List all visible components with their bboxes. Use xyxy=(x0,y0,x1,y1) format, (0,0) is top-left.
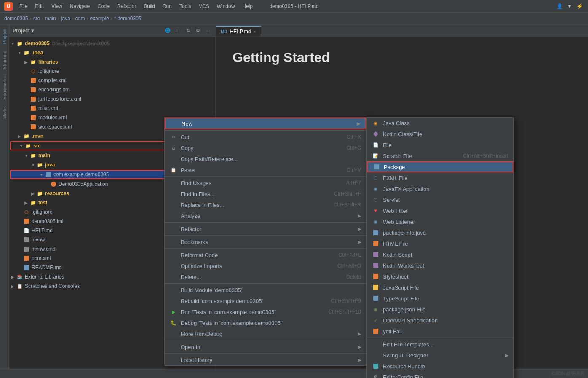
git-icon: ⬡ xyxy=(23,208,30,216)
ctx-run-tests[interactable]: ▶ Run 'Tests in 'com.example.demo0305'' … xyxy=(165,306,366,317)
menu-refactor[interactable]: Refactor xyxy=(114,2,139,11)
ctx-reformat-shortcut: Ctrl+Alt+L xyxy=(339,252,361,258)
menu-window[interactable]: Window xyxy=(214,2,238,11)
ctx-paste[interactable]: 📋 Paste Ctrl+V xyxy=(165,164,366,175)
menu-help[interactable]: Help xyxy=(239,2,256,11)
tree-item-idea[interactable]: ▾ 📁 .idea xyxy=(9,48,215,57)
tree-item-root[interactable]: ▾ 📁 demo0305 D:\eclipseproject\demo0305 xyxy=(9,39,215,48)
ctx-js-file[interactable]: JavaScript File xyxy=(367,282,513,293)
sidebar-btn-sort[interactable]: ⇅ xyxy=(184,27,192,35)
ctx-kotlin-class[interactable]: Kotlin Class/File xyxy=(367,129,513,139)
menu-file[interactable]: File xyxy=(16,2,31,11)
ctx-fxml-label: FXML File xyxy=(383,175,508,181)
breadcrumb-java[interactable]: java xyxy=(61,16,70,21)
tree-item-jar-xml[interactable]: jarRepositories.xml xyxy=(9,94,215,104)
profile-button[interactable]: ▼ xyxy=(565,2,574,11)
ctx-package-info[interactable]: package-info.java xyxy=(367,227,513,238)
ctx-analyze[interactable]: Analyze ▶ xyxy=(165,210,366,221)
breadcrumb-example[interactable]: example xyxy=(90,16,109,21)
ctx-web-listener[interactable]: ◉ Web Listener xyxy=(367,216,513,227)
ctx-servlet[interactable]: ⬡ Servlet xyxy=(367,194,513,205)
ctx-build-module[interactable]: Build Module 'demo0305' xyxy=(165,284,366,295)
tab-help-md[interactable]: MD HELP.md × xyxy=(216,26,261,37)
tree-item-misc-xml[interactable]: misc.xml xyxy=(9,104,215,113)
breadcrumb-demo0305[interactable]: demo0305 xyxy=(4,16,28,21)
ctx-debug-tests[interactable]: 🐛 Debug 'Tests in 'com.example.demo0305'… xyxy=(165,317,366,328)
ctx-file[interactable]: 📄 File xyxy=(367,139,513,150)
minimize-button[interactable]: 👤 xyxy=(555,2,564,11)
menu-build[interactable]: Build xyxy=(140,2,158,11)
ctx-resource-bundle[interactable]: Resource Bundle xyxy=(367,361,513,372)
menu-tools[interactable]: Tools xyxy=(176,2,195,11)
ctx-copy-path[interactable]: Copy Path/Reference... xyxy=(165,153,366,164)
tree-item-libraries[interactable]: ▶ 📁 libraries xyxy=(9,57,215,67)
ctx-delete[interactable]: Delete... Delete xyxy=(165,271,366,282)
sidebar-btn-globe[interactable]: 🌐 xyxy=(164,27,171,35)
ctx-edit-templates[interactable]: Edit File Templates... xyxy=(367,339,513,350)
ctx-sep5 xyxy=(165,248,366,249)
tree-label: com.example.demo0305 xyxy=(53,172,109,177)
breadcrumb-com[interactable]: com xyxy=(75,16,85,21)
ctx-scratch-file[interactable]: 📝 Scratch File Ctrl+Alt+Shift+Insert xyxy=(367,150,513,161)
ctx-refactor[interactable]: Refactor ▶ xyxy=(165,223,366,234)
ctx-javafx[interactable]: ◉ JavaFX Application xyxy=(367,183,513,194)
tree-item-compiler-xml[interactable]: compiler.xml xyxy=(9,76,215,85)
ctx-stylesheet[interactable]: Stylesheet xyxy=(367,271,513,282)
ctx-bookmarks[interactable]: Bookmarks ▶ xyxy=(165,236,366,247)
ctx-find-usages[interactable]: Find Usages Alt+F7 xyxy=(165,177,366,188)
ctx-package[interactable]: Package xyxy=(367,161,513,172)
ctx-open-in[interactable]: Open In ▶ xyxy=(165,341,366,352)
tab-close-button[interactable]: × xyxy=(253,29,256,34)
tree-label: compiler.xml xyxy=(38,78,67,83)
vtab-bookmarks[interactable]: Bookmarks xyxy=(1,75,8,101)
settings-button[interactable]: ⚡ xyxy=(575,2,584,11)
ctx-web-filter[interactable]: 🔻 Web Filter xyxy=(367,205,513,216)
ctx-editorconfig[interactable]: ⚙ EditorConfig File xyxy=(367,372,513,378)
menu-view[interactable]: View xyxy=(48,2,66,11)
ctx-java-class[interactable]: ◉ Java Class xyxy=(367,118,513,129)
ctx-copy[interactable]: ⧉ Copy Ctrl+C xyxy=(165,142,366,153)
context-menu-right[interactable]: ◉ Java Class Kotlin Class/File 📄 File 📝 … xyxy=(366,117,514,378)
sidebar-btn-list[interactable]: ≡ xyxy=(174,27,182,35)
vtab-marks[interactable]: Marks xyxy=(1,105,8,121)
yml-icon xyxy=(372,327,380,335)
ctx-kotlin-worksheet[interactable]: Kotlin Worksheet xyxy=(367,260,513,271)
ctx-more-run-label: More Run/Debug xyxy=(181,331,354,337)
vtab-structure[interactable]: Structure xyxy=(1,49,8,71)
ctx-pkg-json[interactable]: ◉ package.json File xyxy=(367,304,513,315)
ctx-replace-files[interactable]: Replace in Files... Ctrl+Shift+R xyxy=(165,199,366,210)
ctx-reformat[interactable]: Reformat Code Ctrl+Alt+L xyxy=(165,249,366,260)
context-menu-left[interactable]: New ▶ ✂ Cut Ctrl+X ⧉ Copy Ctrl+C Copy Pa… xyxy=(164,117,366,366)
breadcrumb-main[interactable]: main xyxy=(45,16,56,21)
ctx-ts-file[interactable]: TypeScript File xyxy=(367,293,513,304)
tree-item-encodings-xml[interactable]: encodings.xml xyxy=(9,85,215,94)
menu-run[interactable]: Run xyxy=(159,2,175,11)
breadcrumb-demo0305-file[interactable]: * demo0305 xyxy=(114,16,142,21)
vtab-project[interactable]: Project xyxy=(1,28,8,46)
tab-md-icon: MD xyxy=(221,29,227,34)
ctx-swing-ui[interactable]: Swing UI Designer ▶ xyxy=(367,350,513,361)
title-controls: 👤 ▼ ⚡ xyxy=(555,2,584,11)
menu-edit[interactable]: Edit xyxy=(32,2,47,11)
menu-navigate[interactable]: Navigate xyxy=(67,2,93,11)
ctx-local-history[interactable]: Local History ▶ xyxy=(165,354,366,365)
ctx-cut[interactable]: ✂ Cut Ctrl+X xyxy=(165,131,366,142)
ctx-openapi[interactable]: ✓ OpenAPI Specification xyxy=(367,315,513,326)
ctx-fxml[interactable]: ⬡ FXML File xyxy=(367,172,513,183)
ctx-kotlin-script[interactable]: Kotlin Script xyxy=(367,249,513,260)
breadcrumb-src[interactable]: src xyxy=(33,16,40,21)
ctx-yml-fail[interactable]: yml Fail xyxy=(367,326,513,337)
tree-arrow: ▶ xyxy=(29,191,36,196)
sidebar-btn-settings[interactable]: ⚙ xyxy=(194,27,202,35)
menu-vcs[interactable]: VCS xyxy=(195,2,213,11)
ctx-new[interactable]: New ▶ xyxy=(165,118,366,129)
ctx-optimize[interactable]: Optimize Imports Ctrl+Alt+O xyxy=(165,260,366,271)
ctx-find-files[interactable]: Find in Files... Ctrl+Shift+F xyxy=(165,188,366,199)
pkgjson-icon: ◉ xyxy=(372,306,380,313)
ctx-html-file[interactable]: HTML File xyxy=(367,238,513,249)
sidebar-btn-minimize[interactable]: − xyxy=(204,27,212,35)
menu-code[interactable]: Code xyxy=(94,2,113,11)
ctx-rebuild[interactable]: Rebuild 'com.example.demo0305' Ctrl+Shif… xyxy=(165,295,366,306)
ctx-more-run[interactable]: More Run/Debug ▶ xyxy=(165,328,366,339)
tree-item-gitignore1[interactable]: ⬡ .gitignore xyxy=(9,67,215,76)
